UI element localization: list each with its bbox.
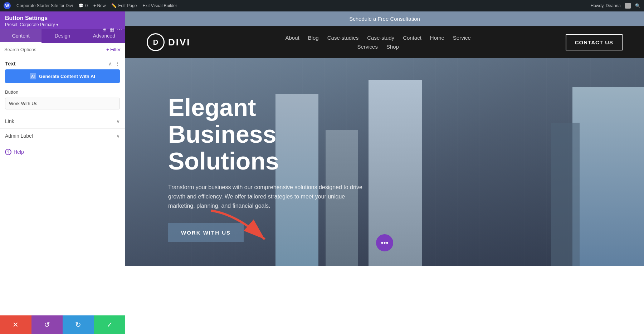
button-text-input[interactable] — [5, 98, 120, 109]
logo-area: D DIVI — [147, 33, 191, 51]
nav-contact[interactable]: Contact — [403, 35, 421, 41]
bottom-action-bar: ✕ ↺ ↻ ✓ — [0, 315, 125, 334]
wp-icon[interactable]: W — [4, 2, 11, 9]
logo-text[interactable]: DIVI — [168, 37, 191, 48]
link-section[interactable]: Link ∨ — [0, 114, 125, 128]
help-icon: ? — [5, 149, 11, 155]
building-5 — [551, 123, 580, 266]
tab-content[interactable]: Content — [0, 29, 42, 43]
panel-header-icons: ⊞ ▦ ⋯ — [102, 26, 122, 32]
nav-case-studies[interactable]: Case-studies — [327, 35, 359, 41]
collapse-icon[interactable]: ∧ — [108, 61, 112, 67]
undo-button[interactable]: ↺ — [31, 315, 63, 334]
nav-blog[interactable]: Blog — [308, 35, 319, 41]
hero-content: Elegant Business Solutions Transform you… — [125, 58, 411, 264]
floating-menu-button[interactable]: ••• — [376, 234, 393, 251]
nav-case-study[interactable]: Case-study — [367, 35, 394, 41]
admin-bar-right: Howdy, Deanna 🔍 — [591, 3, 641, 9]
hero-title: Elegant Business Solutions — [168, 94, 369, 174]
site-header: D DIVI About Blog Case-studies Case-stud… — [125, 26, 644, 58]
panel-title: Button Settings — [5, 15, 120, 21]
admin-label-chevron-icon: ∨ — [116, 133, 120, 139]
panel-content: + Filter Text ∧ ⋮ AI Generate Content Wi… — [0, 43, 125, 334]
search-options-input[interactable] — [4, 47, 103, 52]
section-icons: ∧ ⋮ — [108, 61, 120, 67]
comments-link[interactable]: 💬 0 — [78, 3, 88, 8]
button-field-label: Button — [0, 87, 125, 96]
hero-cta-button[interactable]: WORK WITH US — [168, 223, 244, 242]
tab-design[interactable]: Design — [42, 29, 83, 43]
help-section[interactable]: ? Help — [0, 143, 125, 161]
nav-row-1: About Blog Case-studies Case-study Conta… — [285, 35, 470, 41]
panel-resize-icon[interactable]: ⊞ — [102, 26, 107, 32]
logo-icon[interactable]: D — [147, 33, 165, 51]
panel-search-row: + Filter — [0, 43, 125, 56]
nav-row-2: Services Shop — [357, 44, 399, 50]
ai-icon: AI — [30, 73, 36, 79]
contact-us-button[interactable]: CONTACT US — [566, 34, 623, 50]
nav-home[interactable]: Home — [430, 35, 444, 41]
admin-bar: W Corporate Starter Site for Divi 💬 0 + … — [0, 0, 644, 11]
edit-page-link[interactable]: ✏️ Edit Page — [111, 3, 137, 8]
nav-about[interactable]: About — [285, 35, 299, 41]
cancel-button[interactable]: ✕ — [0, 315, 31, 334]
save-button[interactable]: ✓ — [94, 315, 126, 334]
filter-button[interactable]: + Filter — [106, 47, 121, 52]
panel-more-icon[interactable]: ⋯ — [117, 26, 122, 32]
text-section-title: Text — [5, 60, 16, 67]
admin-label-title: Admin Label — [5, 133, 33, 139]
howdy-user[interactable]: Howdy, Deanna — [591, 3, 621, 8]
new-content-link[interactable]: + New — [93, 3, 106, 8]
hero-section: Elegant Business Solutions Transform you… — [125, 58, 644, 266]
announcement-bar: Schedule a Free Consultation — [125, 11, 644, 26]
site-nav: About Blog Case-studies Case-study Conta… — [285, 35, 470, 50]
text-section-header: Text ∧ ⋮ — [0, 56, 125, 69]
admin-label-section[interactable]: Admin Label ∨ — [0, 128, 125, 143]
builder-panel: Button Settings Preset: Corporate Primar… — [0, 11, 125, 334]
panel-header: Button Settings Preset: Corporate Primar… — [0, 11, 125, 29]
nav-service[interactable]: Service — [453, 35, 471, 41]
user-avatar — [625, 3, 631, 9]
link-chevron-icon: ∨ — [116, 118, 120, 124]
site-name[interactable]: Corporate Starter Site for Divi — [16, 3, 73, 8]
redo-button[interactable]: ↻ — [63, 315, 94, 334]
site-preview: Schedule a Free Consultation D DIVI Abou… — [125, 11, 644, 334]
generate-ai-button[interactable]: AI Generate Content With AI — [5, 69, 120, 83]
search-admin-icon[interactable]: 🔍 — [635, 3, 640, 8]
nav-services[interactable]: Services — [357, 44, 378, 50]
building-4 — [572, 87, 644, 266]
panel-columns-icon[interactable]: ▦ — [109, 26, 114, 32]
section-more-icon[interactable]: ⋮ — [115, 61, 120, 67]
hero-subtitle: Transform your business with our compreh… — [168, 183, 369, 210]
exit-builder-link[interactable]: Exit Visual Builder — [142, 3, 177, 8]
link-section-title: Link — [5, 118, 14, 124]
nav-shop[interactable]: Shop — [386, 44, 399, 50]
